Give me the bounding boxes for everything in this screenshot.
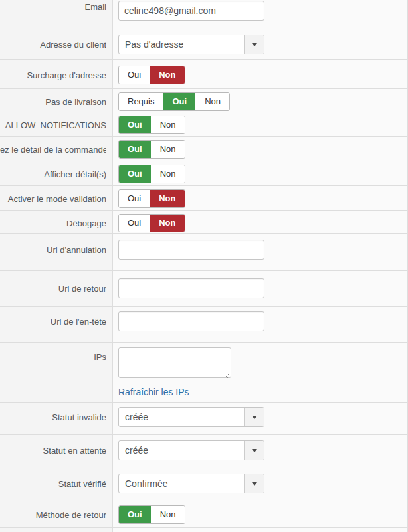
- oui-button[interactable]: Oui: [119, 141, 151, 158]
- non-button[interactable]: Non: [151, 506, 185, 523]
- form-row-client-address: Adresse du client Pas d'adresse: [0, 29, 407, 60]
- non-button[interactable]: Non: [150, 66, 184, 84]
- chevron-down-icon[interactable]: [244, 408, 264, 426]
- chevron-down-icon[interactable]: [244, 474, 264, 493]
- form-row-cancel-url: Url d'annulation: [0, 234, 407, 271]
- header-url-input[interactable]: [118, 311, 264, 331]
- select-value: Confirmée: [119, 474, 244, 493]
- requis-button[interactable]: Requis: [119, 93, 163, 110]
- debug-label: Débogage: [0, 219, 106, 228]
- invalid-status-select[interactable]: créée: [118, 407, 264, 427]
- oui-button[interactable]: Oui: [119, 215, 150, 232]
- form-row-no-shipping: Pas de livraison Requis Oui Non: [0, 89, 407, 112]
- oui-button[interactable]: Oui: [119, 165, 151, 183]
- non-button[interactable]: Non: [151, 141, 185, 158]
- validation-mode-label: Activer le mode validation: [0, 194, 106, 204]
- order-detail-label: ez le détail de la commande: [0, 145, 106, 155]
- return-method-toggle: Oui Non: [118, 505, 185, 524]
- allow-notifications-label: ALLOW_NOTIFICATIONS: [0, 120, 106, 130]
- verified-status-label: Statut vérifié: [0, 479, 106, 489]
- oui-button[interactable]: Oui: [119, 116, 151, 133]
- return-url-input[interactable]: [118, 278, 264, 298]
- form-row-debug: Débogage Oui Non: [0, 211, 407, 234]
- verified-status-select[interactable]: Confirmée: [118, 474, 264, 493]
- oui-button[interactable]: Oui: [119, 190, 150, 207]
- pending-status-label: Statut en attente: [0, 446, 106, 456]
- non-button[interactable]: Non: [195, 93, 229, 110]
- form-row-verified-status: Statut vérifié Confirmée: [0, 468, 407, 499]
- cancel-url-input[interactable]: [118, 240, 264, 260]
- non-button[interactable]: Non: [150, 190, 184, 207]
- cancel-url-label: Url d'annulation: [0, 245, 106, 255]
- header-url-label: Url de l'en-tête: [0, 317, 106, 327]
- client-address-select[interactable]: Pas d'adresse: [118, 35, 264, 54]
- form-row-order-detail: ez le détail de la commande Oui Non: [0, 137, 407, 161]
- form-row-pending-status: Statut en attente créée: [0, 435, 407, 468]
- non-button[interactable]: Non: [150, 215, 184, 232]
- invalid-status-label: Statut invalide: [0, 412, 106, 422]
- select-value: créée: [119, 441, 244, 460]
- ips-textarea[interactable]: [118, 347, 231, 378]
- ips-label: IPs: [0, 352, 106, 362]
- client-address-label: Adresse du client: [0, 40, 106, 50]
- form-row-invalid-status: Statut invalide créée: [0, 403, 407, 435]
- settings-form: Email Adresse du client Pas d'adresse Su…: [0, 0, 408, 532]
- order-detail-toggle: Oui Non: [118, 140, 185, 159]
- address-override-toggle: Oui Non: [118, 66, 185, 84]
- non-button[interactable]: Non: [151, 116, 185, 133]
- no-shipping-label: Pas de livraison: [0, 97, 106, 107]
- oui-button[interactable]: Oui: [119, 66, 150, 84]
- debug-toggle: Oui Non: [118, 214, 185, 232]
- form-row-validation-mode: Activer le mode validation Oui Non: [0, 186, 407, 211]
- refresh-ips-link[interactable]: Rafraîchir les IPs: [118, 387, 189, 397]
- oui-button[interactable]: Oui: [163, 93, 195, 110]
- oui-button[interactable]: Oui: [119, 506, 151, 523]
- select-value: créée: [119, 408, 244, 426]
- form-row-show-details: Afficher détail(s) Oui Non: [0, 161, 407, 186]
- show-details-label: Afficher détail(s): [0, 169, 106, 179]
- address-override-label: Surcharge d'adresse: [0, 70, 106, 80]
- chevron-down-icon[interactable]: [244, 35, 264, 54]
- resize-handle-icon[interactable]: [223, 369, 230, 376]
- form-row-email: Email: [0, 0, 407, 29]
- pending-status-select[interactable]: créée: [118, 440, 264, 460]
- email-input[interactable]: [118, 1, 264, 21]
- return-url-label: Url de retour: [0, 284, 106, 294]
- allow-notifications-toggle: Oui Non: [118, 116, 185, 134]
- return-method-label: Méthode de retour: [0, 510, 106, 520]
- form-row-return-url: Url de retour: [0, 271, 407, 307]
- no-shipping-toggle: Requis Oui Non: [118, 92, 230, 111]
- form-row-return-method: Méthode de retour Oui Non: [0, 499, 407, 528]
- email-label: Email: [0, 2, 106, 12]
- bottom-filler: [0, 528, 407, 532]
- chevron-down-icon[interactable]: [244, 441, 264, 460]
- form-row-allow-notifications: ALLOW_NOTIFICATIONS Oui Non: [0, 112, 407, 137]
- form-row-ips: IPs Rafraîchir les IPs: [0, 343, 407, 403]
- show-details-toggle: Oui Non: [118, 165, 185, 183]
- form-row-address-override: Surcharge d'adresse Oui Non: [0, 60, 407, 89]
- form-row-header-url: Url de l'en-tête: [0, 307, 407, 343]
- select-value: Pas d'adresse: [119, 35, 244, 54]
- validation-mode-toggle: Oui Non: [118, 189, 185, 208]
- non-button[interactable]: Non: [151, 165, 185, 183]
